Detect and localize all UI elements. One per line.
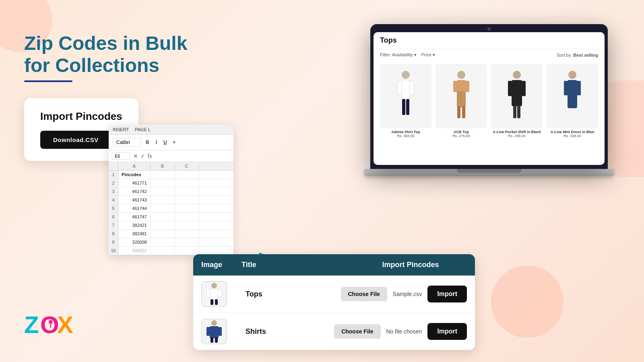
svg-rect-20 [568, 80, 577, 108]
svg-rect-1 [402, 80, 410, 100]
product-card-3: A-Line Pocket Shift in Black Rs. 298.00 [491, 64, 543, 138]
product-card-1: Adenia Shirt Top Rs. 368.00 [380, 64, 431, 138]
svg-rect-2 [398, 81, 402, 95]
insert-function-icon[interactable]: fx [148, 153, 152, 159]
excel-tab-insert[interactable]: INSERT [113, 127, 129, 132]
laptop-base [364, 169, 614, 176]
bold-button[interactable]: B [144, 139, 151, 146]
filter-price: Price ▾ [421, 52, 435, 58]
col-b-header: B [151, 162, 175, 170]
product-label-shirts: Shirts [242, 327, 334, 336]
svg-rect-27 [211, 299, 213, 305]
product-price-4: Rs. 348.00 [547, 134, 598, 138]
filter-group: Filter: Availability ▾ Price ▾ [380, 52, 435, 58]
product-thumb-tops [201, 281, 227, 307]
file-status-shirts: No file chosen [386, 328, 422, 335]
svg-point-19 [568, 71, 576, 79]
product-figure-3-svg [507, 70, 527, 122]
choose-file-button-tops[interactable]: Choose File [341, 287, 387, 301]
product-card-2: ACB Top Rs. 276.60 [436, 64, 487, 138]
zox-logo: Z O X [24, 310, 76, 338]
italic-button[interactable]: I [154, 139, 159, 146]
page-title: Zip Codes in Bulk for Collections [24, 32, 193, 76]
row-number-header [109, 162, 118, 170]
excel-toolbar: Calibri B I U ▼ [109, 135, 233, 150]
laptop-screen-content: Tops Filter: Availability ▾ Price ▾ Sort… [374, 32, 605, 165]
product-price-1: Rs. 368.00 [380, 134, 431, 138]
excel-tab-page-layout[interactable]: PAGE L [135, 127, 151, 132]
product-name-1: Adenia Shirt Top [380, 130, 431, 134]
svg-point-13 [513, 71, 521, 79]
laptop-notch [457, 169, 521, 173]
underline-button[interactable]: U [162, 139, 169, 146]
product-name-3: A-Line Pocket Shift in Black [491, 130, 543, 134]
title-underline [24, 80, 72, 82]
product-name-4: A-Line Mini Dress in Blue [547, 130, 598, 134]
table-row: 8 382481 [109, 230, 233, 238]
svg-text:O: O [40, 311, 59, 338]
import-button-tops[interactable]: Import [427, 286, 467, 302]
filter-availability: Filter: Availability ▾ [380, 52, 417, 58]
svg-rect-8 [453, 81, 457, 92]
svg-rect-28 [215, 299, 218, 305]
col-header-image: Image [201, 261, 242, 269]
product-image-3 [491, 64, 543, 128]
svg-rect-26 [218, 290, 222, 298]
table-row: 7 382421 [109, 221, 233, 230]
svg-rect-17 [513, 105, 516, 118]
sort-group: Sort by: Best selling [557, 53, 598, 58]
product-price-2: Rs. 276.60 [436, 134, 487, 138]
import-button-shirts[interactable]: Import [427, 323, 467, 340]
table-row: 1 Pincodes [109, 171, 233, 179]
product-figure-1-svg [396, 70, 416, 122]
import-table-section: Image Title Import Pincodes Tops Choose … [193, 254, 475, 350]
import-controls-shirts: Choose File No file chosen Import [334, 323, 467, 340]
product-figure-2-svg [451, 70, 471, 122]
svg-rect-31 [206, 327, 210, 336]
col-header-import: Import Pincodes [354, 261, 467, 269]
svg-rect-7 [457, 80, 466, 92]
table-row-shirts: Shirts Choose File No file chosen Import [193, 313, 475, 350]
laptop-camera [487, 27, 491, 31]
table-header: Image Title Import Pincodes [193, 254, 475, 276]
svg-rect-5 [406, 99, 409, 115]
svg-rect-24 [210, 289, 219, 300]
svg-rect-14 [512, 80, 522, 106]
product-image-4 [547, 64, 598, 128]
product-import-table: Image Title Import Pincodes Tops Choose … [193, 254, 475, 350]
file-status-tops: Sample.csv [393, 291, 422, 297]
svg-rect-21 [564, 81, 568, 95]
svg-rect-34 [215, 337, 218, 343]
svg-rect-16 [522, 81, 526, 96]
zox-logo-svg: Z O X [24, 310, 76, 338]
import-controls-tops: Choose File Sample.csv Import [341, 286, 467, 302]
decorative-blob-bottom-right [491, 265, 564, 338]
svg-rect-12 [462, 106, 465, 118]
svg-rect-9 [465, 81, 469, 92]
store-title: Tops [380, 36, 598, 45]
col-c-header: C [175, 162, 199, 170]
download-csv-button[interactable]: Download.CSV [40, 131, 111, 149]
product-image-2 [436, 64, 487, 128]
table-row: 4 461743 [109, 196, 233, 204]
table-row: 3 461742 [109, 187, 233, 196]
choose-file-button-shirts[interactable]: Choose File [334, 324, 380, 339]
svg-text:X: X [57, 311, 73, 338]
col-a-header: A [118, 162, 151, 170]
svg-rect-32 [218, 327, 222, 336]
laptop-screen: Tops Filter: Availability ▾ Price ▾ Sort… [370, 24, 608, 169]
svg-rect-22 [577, 81, 581, 95]
svg-rect-15 [508, 81, 512, 96]
font-selector[interactable]: Calibri [113, 138, 141, 147]
svg-rect-10 [457, 91, 466, 107]
svg-point-23 [211, 283, 217, 288]
confirm-formula-icon[interactable]: ✓ [140, 153, 145, 159]
table-row: 2 461771 [109, 179, 233, 187]
store-filters: Filter: Availability ▾ Price ▾ Sort by: … [374, 49, 605, 61]
tops-figure-svg [205, 282, 223, 306]
table-row-tops: Tops Choose File Sample.csv Import [193, 276, 475, 313]
product-card-4: A-Line Mini Dress in Blue Rs. 348.00 [547, 64, 598, 138]
cancel-formula-icon[interactable]: ✕ [133, 153, 138, 159]
cell-reference[interactable]: E6 [112, 152, 130, 160]
toolbar-more: ▼ [172, 140, 177, 145]
